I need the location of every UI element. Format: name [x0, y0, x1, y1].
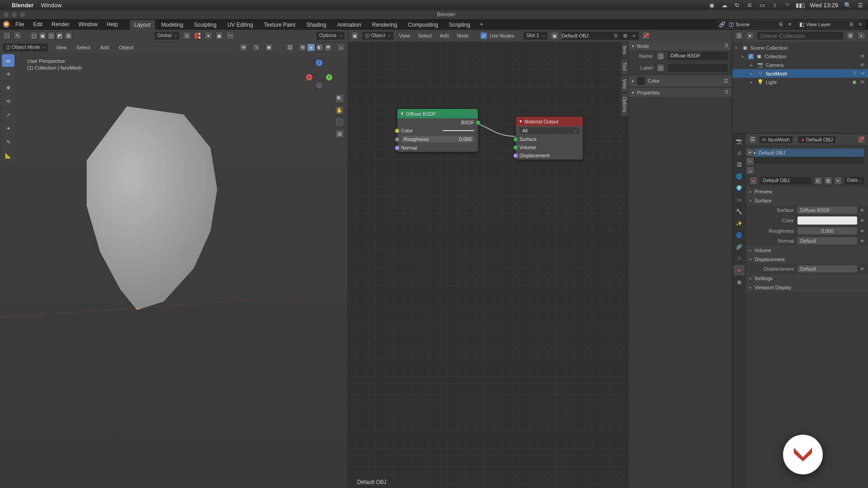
viewport-menu-add[interactable]: Add [98, 45, 112, 50]
menu-window[interactable]: Window [75, 20, 101, 29]
outliner-type-button[interactable]: ☰ [735, 32, 743, 40]
sync-icon[interactable]: ↻ [734, 2, 740, 8]
menu-render[interactable]: Render [48, 20, 73, 29]
drag-icon[interactable]: ⠿ [725, 89, 728, 95]
node-material-output[interactable]: ▾ Material Output All Surface Volume Dis… [515, 116, 583, 160]
socket-anchor[interactable] [861, 230, 863, 232]
shading-rendered[interactable]: ◓ [324, 43, 332, 52]
pan-button-icon[interactable]: ✋ [335, 106, 344, 115]
socket-color-in[interactable] [395, 129, 399, 133]
socket-surface-in[interactable] [514, 137, 518, 141]
material-unlink-button[interactable]: × [630, 33, 639, 38]
crumb-object[interactable]: ▭faceMesh [759, 136, 793, 144]
tab-sculpting[interactable]: Sculpting [190, 20, 221, 30]
socket-anchor[interactable] [861, 219, 863, 222]
camera-button-icon[interactable]: 🎥 [335, 117, 344, 127]
use-nodes-checkbox[interactable]: ✓ [481, 33, 487, 39]
nav-gizmo[interactable]: X Y Z [303, 58, 335, 89]
menu-help[interactable]: Help [103, 20, 122, 29]
pivot-button[interactable]: ⊙ [183, 32, 191, 40]
outliner-filter-button[interactable]: ⚙ [846, 32, 854, 40]
displacement-select[interactable]: Default [797, 265, 857, 272]
shader-menu-node[interactable]: Node [454, 33, 472, 38]
tab-viewlayer[interactable]: 🖼 [734, 159, 745, 170]
node-header-output[interactable]: ▾ Material Output [516, 117, 583, 126]
outliner-new-collection[interactable]: + [857, 32, 865, 40]
material-browse-button[interactable]: ◉ [551, 32, 559, 40]
material-copy[interactable]: ⎘ [814, 177, 822, 185]
scene-delete-button[interactable]: × [785, 21, 794, 28]
tool-measure[interactable]: 📐 [2, 149, 14, 162]
tab-world[interactable]: 🌍 [734, 183, 745, 193]
shading-solid[interactable]: ● [307, 43, 315, 52]
surface-roughness-field[interactable]: 0.000 [797, 227, 857, 235]
socket-anchor[interactable] [861, 209, 863, 211]
socket-anchor[interactable] [861, 239, 863, 242]
app-name[interactable]: Blender [12, 2, 33, 9]
surface-normal-select[interactable]: Default [797, 237, 857, 244]
material-copy-button[interactable]: ⧉ [621, 33, 630, 39]
roughness-field[interactable]: Roughness 0.000 [401, 136, 474, 142]
tool-cursor[interactable]: ✛ [2, 68, 14, 80]
select-mode-3[interactable]: ◫ [47, 32, 55, 40]
tab-uv-editing[interactable]: UV Editing [223, 20, 258, 30]
menu-file[interactable]: File [12, 20, 28, 29]
shading-options-button[interactable]: ⌄ [337, 43, 345, 52]
tree-item-facemesh[interactable]: ▸▽ faceMesh ▽ 👁 [732, 69, 868, 78]
tab-mesh[interactable]: ▽ [734, 253, 745, 264]
select-mode-4[interactable]: ◩ [56, 32, 64, 40]
tab-layout[interactable]: Layout [130, 20, 155, 30]
zoom-button-icon[interactable]: 🔍 [335, 94, 344, 103]
collection-enable[interactable]: ✓ [748, 54, 754, 59]
tab-texture[interactable]: ▦ [734, 277, 745, 287]
tab-physics[interactable]: 🌀 [734, 230, 745, 240]
close-button[interactable] [4, 12, 9, 17]
dropbox-icon[interactable]: ⧈ [746, 2, 753, 8]
material-name-input[interactable]: Default OBJ [760, 176, 812, 185]
gizmo-x-axis[interactable]: X [306, 74, 312, 80]
node-header-diffuse[interactable]: ▾ Diffuse BSDF [397, 109, 478, 118]
select-mode-2[interactable]: ▣ [38, 32, 47, 40]
tab-material[interactable]: ● [734, 265, 745, 276]
pin-icon[interactable]: 📌 [857, 136, 865, 144]
socket-volume-in[interactable] [514, 145, 518, 150]
outliner-display-button[interactable]: ▾ [746, 32, 754, 40]
target-select[interactable]: All [519, 127, 579, 134]
viewport-menu-object[interactable]: Object [116, 45, 136, 50]
tab-texture-paint[interactable]: Texture Paint [259, 20, 300, 30]
panel-settings[interactable]: ▸Settings [746, 274, 868, 283]
display-icon[interactable]: ▭ [759, 2, 765, 8]
npanel-tab-view[interactable]: View [621, 75, 628, 93]
mac-menu-window[interactable]: Window [41, 2, 61, 9]
viewport-menu-view[interactable]: View [53, 45, 69, 50]
tab-output[interactable]: 🖨 [734, 147, 745, 158]
select-mode-1[interactable]: ▢ [30, 32, 38, 40]
scene-name-input[interactable] [736, 22, 776, 27]
panel-preview[interactable]: ▸Preview [746, 187, 868, 196]
shader-menu-add[interactable]: Add [437, 33, 452, 38]
shader-menu-view[interactable]: View [396, 33, 413, 38]
prop-editor-type[interactable]: ☰ [749, 136, 757, 144]
color-section-header[interactable]: ▸ Color ☰ [628, 75, 732, 86]
panel-displacement[interactable]: ▾Displacement [746, 255, 868, 264]
crumb-material[interactable]: ●Default OBJ [798, 136, 836, 144]
outliner-search[interactable] [757, 31, 844, 40]
gizmo-z-axis[interactable]: Z [316, 60, 322, 66]
visibility-icon[interactable]: 👁 [860, 70, 865, 77]
viewport-menu-select[interactable]: Select [74, 45, 93, 50]
tree-item-camera[interactable]: ▸📷 Camera 👁 [732, 61, 868, 69]
visibility-icon[interactable]: 👁 [860, 62, 865, 68]
color-checkbox[interactable] [637, 77, 645, 85]
tool-move[interactable]: ✥ [2, 81, 14, 94]
tool-select-box[interactable]: ▭ [2, 54, 14, 67]
collapse-icon[interactable]: ▾ [401, 111, 404, 117]
wifi-icon[interactable]: ⌔ [784, 2, 791, 8]
tab-constraints[interactable]: 🔗 [734, 241, 745, 252]
tab-modeling[interactable]: Modeling [157, 20, 188, 30]
perspective-button-icon[interactable]: ⊞ [335, 129, 344, 138]
tab-particles[interactable]: ✨ [734, 218, 745, 229]
npanel-tab-tool[interactable]: Tool [621, 58, 628, 75]
collapse-icon[interactable]: ▾ [519, 118, 522, 124]
shader-menu-select[interactable]: Select [415, 33, 435, 38]
material-link-select[interactable]: Data [844, 176, 864, 185]
